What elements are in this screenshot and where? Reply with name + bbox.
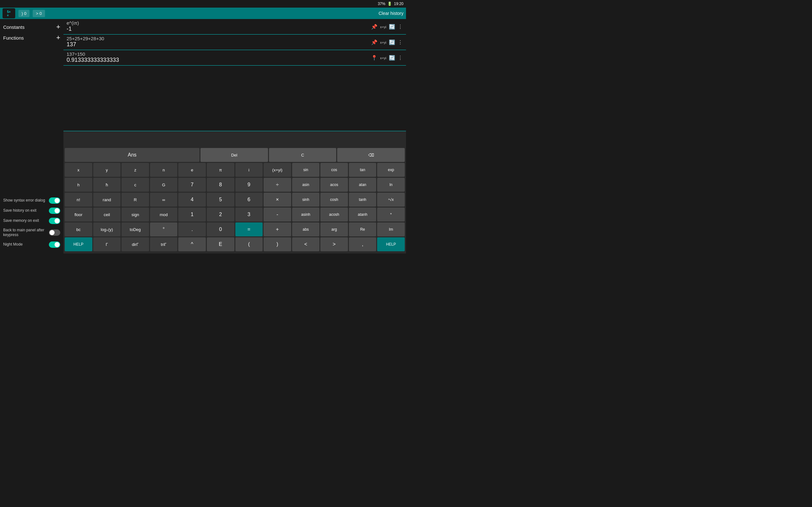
history-pin-btn-0[interactable]: 📌 (370, 23, 378, 31)
key-asinh-3-8[interactable]: asinh (292, 208, 320, 222)
key---4-4[interactable]: . (178, 222, 206, 236)
history-refresh-btn-1[interactable]: 🔄 (388, 39, 396, 46)
expression-input[interactable] (67, 135, 403, 142)
key-n--2-0[interactable]: n! (65, 193, 92, 207)
key-floor-3-0[interactable]: floor (65, 208, 92, 222)
key-Re-4-10[interactable]: Re (349, 222, 376, 236)
key-7-1-4[interactable]: 7 (178, 178, 206, 192)
history-complex-btn-2[interactable]: x+yi (379, 55, 387, 60)
key-mod-3-3[interactable]: mod (150, 208, 177, 222)
key-y-0-1[interactable]: y (93, 163, 121, 177)
setting-toggle-4[interactable] (49, 241, 60, 248)
setting-toggle-0[interactable] (49, 198, 60, 204)
key-9-1-6[interactable]: 9 (235, 178, 263, 192)
history-pin-btn-1[interactable]: 📌 (370, 39, 378, 46)
key-e-0-4[interactable]: e (178, 163, 206, 177)
key-sinh-2-8[interactable]: sinh (292, 193, 320, 207)
key-R-2-2[interactable]: R (121, 193, 149, 207)
history-refresh-btn-2[interactable]: 🔄 (388, 54, 396, 61)
key-dir--5-2[interactable]: dirΓ (121, 237, 149, 251)
key-n-0-3[interactable]: n (150, 163, 177, 177)
key-log--y--4-1[interactable]: logₓ(y) (93, 222, 121, 236)
key-6-2-6[interactable]: 6 (235, 193, 263, 207)
history-complex-btn-1[interactable]: x+yi (379, 40, 387, 45)
key-sign-3-2[interactable]: sign (121, 208, 149, 222)
key-sin-0-8[interactable]: sin (292, 163, 320, 177)
key-4-2-4[interactable]: 4 (178, 193, 206, 207)
key-acos-1-9[interactable]: acos (320, 178, 348, 192)
key-backspace[interactable]: ⌫ (337, 148, 405, 162)
key---4-7[interactable]: + (264, 222, 291, 236)
key---4-3[interactable]: ° (150, 222, 177, 236)
key---4-6[interactable]: = (235, 222, 263, 236)
history-pin-btn-2[interactable]: 📍 (370, 54, 378, 61)
content-area: e^(iπ)-1📌x+yi🔄⋮25+25+29+28+30137📌x+yi🔄⋮1… (63, 19, 406, 253)
clear-history-button[interactable]: Clear history (378, 11, 403, 16)
key-i-0-6[interactable]: i (235, 163, 263, 177)
add-constant-button[interactable]: + (56, 23, 60, 31)
key-acosh-3-9[interactable]: acosh (320, 208, 348, 222)
key-arg-4-9[interactable]: arg (320, 222, 348, 236)
key-exp-0-11[interactable]: exp (377, 163, 405, 177)
key-cos-0-9[interactable]: cos (320, 163, 348, 177)
key---2-3[interactable]: ∞ (150, 193, 177, 207)
key---5-1[interactable]: Γ (93, 237, 121, 251)
key-toDeg-4-2[interactable]: toDeg (121, 222, 149, 236)
key-3-3-6[interactable]: 3 (235, 208, 263, 222)
key---5-4[interactable]: ^ (178, 237, 206, 251)
key-ln-1-11[interactable]: ln (377, 178, 405, 192)
key---0-5[interactable]: π (207, 163, 235, 177)
history-more-btn-2[interactable]: ⋮ (397, 54, 403, 61)
history-more-btn-0[interactable]: ⋮ (397, 23, 403, 31)
key-ceil-3-1[interactable]: ceil (93, 208, 121, 222)
key-tanh-2-10[interactable]: tanh (349, 193, 376, 207)
key-c-1-2[interactable]: c (121, 178, 149, 192)
key---5-6[interactable]: ( (235, 237, 263, 251)
history-complex-btn-0[interactable]: x+yi (379, 24, 387, 29)
key-HELP-5-11[interactable]: HELP (377, 237, 405, 251)
key-G-1-3[interactable]: G (150, 178, 177, 192)
add-function-button[interactable]: + (56, 34, 60, 41)
key---2-7[interactable]: × (264, 193, 291, 207)
key-abs-4-8[interactable]: abs (292, 222, 320, 236)
key-5-2-5[interactable]: 5 (207, 193, 235, 207)
key-del[interactable]: Del (200, 148, 268, 162)
toolbar-btn1[interactable]: ) 0 (18, 10, 30, 17)
key-8-1-5[interactable]: 8 (207, 178, 235, 192)
key-tan-0-10[interactable]: tan (349, 163, 376, 177)
key-z-0-2[interactable]: z (121, 163, 149, 177)
key---5-8[interactable]: < (292, 237, 320, 251)
setting-toggle-2[interactable] (49, 218, 60, 224)
key-atanh-3-10[interactable]: atanh (349, 208, 376, 222)
setting-toggle-3[interactable] (49, 229, 60, 236)
history-more-btn-1[interactable]: ⋮ (397, 39, 403, 46)
key-1-3-4[interactable]: 1 (178, 208, 206, 222)
history-refresh-btn-0[interactable]: 🔄 (388, 23, 396, 31)
key-ans[interactable]: Ans (65, 148, 200, 162)
key---3-7[interactable]: - (264, 208, 291, 222)
key-h-1-0[interactable]: h (65, 178, 92, 192)
key---x-2-11[interactable]: ⁿ√x (377, 193, 405, 207)
key-rand-2-1[interactable]: rand (93, 193, 121, 207)
key-Im-4-11[interactable]: Im (377, 222, 405, 236)
setting-toggle-1[interactable] (49, 208, 60, 214)
toolbar-btn2[interactable]: > 0 (33, 10, 45, 17)
key-asin-1-8[interactable]: asin (292, 178, 320, 192)
key-bc-4-0[interactable]: bc (65, 222, 92, 236)
key--x-yi--0-7[interactable]: (x+yi) (264, 163, 291, 177)
key-atan-1-10[interactable]: atan (349, 178, 376, 192)
key---3-11[interactable]: * (377, 208, 405, 222)
key---5-10[interactable]: , (349, 237, 376, 251)
key-E-5-5[interactable]: E (207, 237, 235, 251)
key-tri--5-3[interactable]: triΓ (150, 237, 177, 251)
key---1-1[interactable]: ħ (93, 178, 121, 192)
key-HELP-5-0[interactable]: HELP (65, 237, 92, 251)
key---5-9[interactable]: > (320, 237, 348, 251)
key-x-0-0[interactable]: x (65, 163, 92, 177)
key---1-7[interactable]: ÷ (264, 178, 291, 192)
key-2-3-5[interactable]: 2 (207, 208, 235, 222)
key-0-4-5[interactable]: 0 (207, 222, 235, 236)
key-c[interactable]: C (269, 148, 337, 162)
key-cosh-2-9[interactable]: cosh (320, 193, 348, 207)
key---5-7[interactable]: ) (264, 237, 291, 251)
